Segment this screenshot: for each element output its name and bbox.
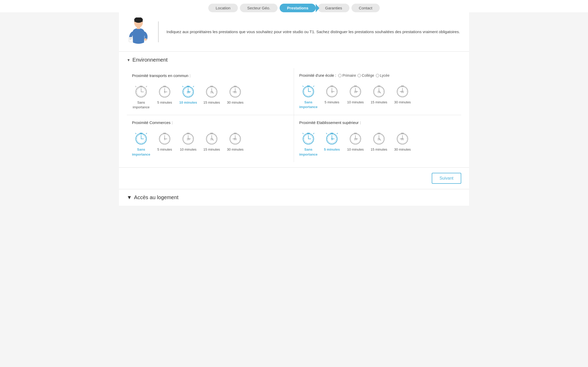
svg-text:15: 15 [210,91,213,94]
avatar-area [127,17,150,46]
divider-line [158,21,159,42]
sw-etab-15[interactable]: 15 15 minutes [370,129,388,152]
avatar [127,17,150,46]
stopwatch-row-transports: Sansimportance 5 5 minutes [132,82,289,110]
svg-text:10: 10 [354,138,357,141]
svg-rect-65 [378,86,381,87]
cell-commerces: Proximité Commerces : Sansimportance [127,115,294,162]
triangle-icon-bottom: ▼ [127,194,132,200]
label-transports: Proximité transports en commun : [132,73,289,78]
sw-commerces-15[interactable]: 15 15 minutes [203,129,221,152]
svg-line-48 [303,86,304,87]
sw-transports-10[interactable]: 10 10 minutes [179,82,197,105]
svg-rect-84 [163,133,166,134]
svg-rect-8 [137,27,140,29]
svg-rect-108 [307,133,310,134]
stopwatch-row-ecole: Sansimportance 5 5 minutes [299,81,456,109]
svg-rect-96 [210,133,213,134]
cell-ecole: Proximité d'une école : Primaire Collège… [294,68,461,115]
triangle-icon: ▼ [127,58,130,62]
svg-text:30: 30 [234,138,237,141]
cell-etablissement: Proximité Etablissement supérieur : [294,115,461,162]
sw-transports-5[interactable]: 5 5 minutes [155,82,174,105]
sw-transports-30[interactable]: 30 30 minutes [226,82,244,105]
tab-secteur[interactable]: Secteur Géo. [240,4,278,12]
intro-box: Indiquez aux propriétaires les prestatio… [119,12,469,52]
svg-rect-26 [187,86,189,87]
svg-text:15: 15 [210,138,213,141]
sw-transports-sans[interactable]: Sansimportance [132,82,150,110]
stopwatch-row-etablissement: Sansimportance 5 [299,129,456,157]
svg-rect-59 [354,86,357,87]
svg-line-110 [303,133,304,134]
svg-text:30: 30 [401,91,404,93]
svg-rect-102 [234,133,237,134]
sw-etab-5[interactable]: 5 5 minutes [323,129,341,152]
label-etablissement: Proximité Etablissement supérieur : [299,120,456,125]
tab-prestations[interactable]: Prestations [280,4,316,12]
cell-transports: Proximité transports en commun : [127,68,294,115]
stopwatch-row-commerces: Sansimportance 5 5 minutes [132,129,289,157]
svg-text:5: 5 [164,138,165,141]
svg-line-117 [337,133,338,134]
school-types: Primaire Collège Lycée [338,73,389,78]
svg-rect-71 [401,86,404,87]
sw-commerces-sans[interactable]: Sansimportance [132,129,150,157]
sw-ecole-5[interactable]: 5 5 minutes [323,81,341,105]
svg-text:10: 10 [187,138,190,141]
radio-lycee[interactable]: Lycée [376,73,390,78]
sw-ecole-30[interactable]: 30 30 minutes [393,81,412,105]
svg-line-29 [182,86,183,87]
svg-text:30: 30 [401,138,404,141]
svg-rect-34 [210,86,213,87]
svg-line-47 [313,86,314,87]
sw-ecole-15[interactable]: 15 15 minutes [370,81,388,105]
suivant-button[interactable]: Suivant [432,173,461,184]
sw-commerces-30[interactable]: 30 30 minutes [226,129,244,152]
svg-rect-53 [331,86,333,87]
sw-ecole-sans[interactable]: Sansimportance [299,81,318,109]
svg-line-78 [146,133,147,134]
svg-line-15 [135,86,136,87]
sw-etab-10[interactable]: 10 10 minutes [346,129,365,152]
main-content: Indiquez aux propriétaires les prestatio… [119,12,469,206]
svg-rect-135 [401,133,404,134]
svg-text:5: 5 [331,138,333,141]
tab-location[interactable]: Location [208,4,238,12]
label-row-ecole: Proximité d'une école : Primaire Collège… [299,73,456,78]
svg-text:5: 5 [331,91,333,93]
sw-transports-15[interactable]: 15 15 minutes [203,82,221,105]
intro-text: Indiquez aux propriétaires les prestatio… [166,29,460,35]
sw-etab-sans[interactable]: Sansimportance [299,129,318,157]
svg-line-79 [135,133,136,134]
svg-rect-77 [140,133,142,134]
svg-line-109 [313,133,314,134]
svg-text:10: 10 [187,91,190,94]
svg-rect-20 [163,86,166,87]
sw-etab-30[interactable]: 30 30 minutes [393,129,412,152]
proximity-grid-top: Proximité transports en commun : [127,68,461,115]
section-title-environment: ▼ Environnement [127,57,461,63]
svg-text:10: 10 [354,91,357,93]
svg-rect-46 [307,86,310,87]
sw-commerces-10[interactable]: 10 10 minutes [179,129,197,152]
tab-contact[interactable]: Contact [351,4,380,12]
svg-rect-40 [234,86,237,87]
radio-primaire[interactable]: Primaire [338,73,356,78]
bottom-section-title: ▼ Accès au logement [127,194,461,200]
tab-garanties[interactable]: Garanties [318,4,349,12]
sw-commerces-5[interactable]: 5 5 minutes [155,129,174,152]
section-environment: ▼ Environnement Proximité transports en … [119,52,469,168]
svg-point-3 [144,38,147,41]
nav-tabs: Location Secteur Géo. Prestations Garant… [0,0,588,12]
svg-text:30: 30 [234,91,237,94]
svg-rect-123 [354,133,357,134]
radio-college[interactable]: Collège [358,73,374,78]
sw-ecole-10[interactable]: 10 10 minutes [346,81,365,105]
svg-text:5: 5 [164,91,165,94]
svg-rect-90 [187,133,190,134]
svg-rect-129 [378,133,381,134]
label-commerces: Proximité Commerces : [132,120,289,125]
svg-line-14 [146,86,147,87]
button-row: Suivant [119,168,469,189]
